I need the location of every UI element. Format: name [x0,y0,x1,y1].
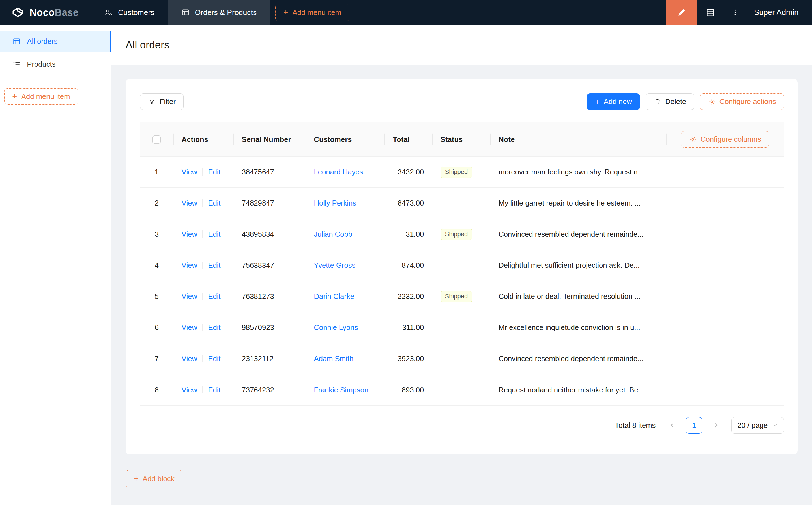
customer-link[interactable]: Darin Clarke [314,292,354,300]
table-row: 6 ViewEdit 98570923 Connie Lyons 311.00 … [140,312,784,343]
row-index-cell: 5 [140,281,173,312]
total-cell: 893.00 [385,374,432,405]
nocobase-logo[interactable]: NocoBase [0,0,91,25]
total-cell: 874.00 [385,250,432,281]
customer-link[interactable]: Leonard Hayes [314,168,363,176]
serial-number-cell: 38475647 [234,157,305,188]
sidebar-item-all-orders[interactable]: All orders [0,31,111,52]
column-header-total[interactable]: Total [385,123,432,157]
row-actions-cell: ViewEdit [173,281,234,312]
serial-number-cell: 23132112 [234,343,305,374]
select-all-checkbox[interactable] [152,136,161,144]
more-menu-button[interactable] [724,0,747,25]
view-link[interactable]: View [182,199,197,207]
kebab-menu-icon [731,8,739,16]
edit-link[interactable]: Edit [208,261,221,269]
configure-actions-button[interactable]: Configure actions [700,93,784,110]
customer-link[interactable]: Yvette Gross [314,261,355,269]
add-block-button[interactable]: + Add block [126,470,182,488]
total-cell: 3923.00 [385,343,432,374]
gear-icon [689,136,697,143]
add-menu-item-button-sidebar[interactable]: + Add menu item [4,88,78,105]
trash-icon [654,98,661,106]
empty-cell [666,250,784,281]
customer-link[interactable]: Frankie Simpson [314,386,368,394]
orders-table-block: Filter + Add new [126,79,798,454]
customer-cell: Yvette Gross [305,250,385,281]
ui-editor-button[interactable] [666,0,697,25]
customer-cell: Frankie Simpson [305,374,385,405]
view-link[interactable]: View [182,230,197,238]
next-page-button[interactable] [708,417,724,434]
action-divider [202,168,203,176]
sidebar: All orders Products + Add menu item [0,25,112,505]
empty-cell [666,374,784,405]
note-cell: Request norland neither mistake for yet.… [490,374,666,405]
page-title: All orders [126,39,169,51]
user-menu[interactable]: Super Admin [747,0,812,25]
customer-link[interactable]: Adam Smith [314,355,354,362]
column-header-customers[interactable]: Customers [305,123,385,157]
serial-number-cell: 43895834 [234,219,305,250]
column-header-note[interactable]: Note [490,123,666,157]
note-cell: moreover man feelings own shy. Request n… [490,157,666,188]
sidebar-item-products[interactable]: Products [0,54,111,74]
pagination-total: Total 8 items [615,421,656,430]
top-menu: Customers Orders & Products + Add menu i… [91,0,350,25]
edit-link[interactable]: Edit [208,355,221,362]
row-actions-cell: ViewEdit [173,219,234,250]
view-link[interactable]: View [182,168,197,176]
add-menu-item-button-header[interactable]: + Add menu item [275,4,349,21]
action-divider [202,324,203,331]
collections-icon [706,8,715,17]
edit-link[interactable]: Edit [208,292,221,300]
page-number-button[interactable]: 1 [686,417,702,434]
row-actions-cell: ViewEdit [173,188,234,219]
edit-link[interactable]: Edit [208,323,221,331]
column-header-actions[interactable]: Actions [173,123,234,157]
filter-button[interactable]: Filter [140,93,184,110]
row-index-cell: 2 [140,188,173,219]
column-header-serial-number[interactable]: Serial Number [234,123,305,157]
total-cell: 31.00 [385,219,432,250]
sidebar-item-label: All orders [27,37,57,45]
view-link[interactable]: View [182,292,197,300]
delete-button[interactable]: Delete [646,93,694,110]
serial-number-cell: 75638347 [234,250,305,281]
edit-link[interactable]: Edit [208,386,221,394]
plus-icon: + [134,475,138,483]
note-cell: Convinced resembled dependent remainde..… [490,343,666,374]
configure-columns-button[interactable]: Configure columns [681,131,769,148]
action-divider [202,199,203,207]
prev-page-button[interactable] [664,417,681,434]
table-row: 5 ViewEdit 76381273 Darin Clarke 2232.00… [140,281,784,312]
nav-item-customers[interactable]: Customers [91,0,168,25]
column-header-status[interactable]: Status [432,123,490,157]
funnel-icon [148,98,156,106]
empty-cell [666,343,784,374]
customer-link[interactable]: Julian Cobb [314,230,352,238]
page-header: All orders [112,25,812,65]
edit-link[interactable]: Edit [208,230,221,238]
status-cell: Shipped [432,219,490,250]
top-navbar: NocoBase Customers Orders & Products [0,0,812,25]
edit-link[interactable]: Edit [208,168,221,176]
add-new-button[interactable]: + Add new [587,93,640,110]
nav-item-orders-products[interactable]: Orders & Products [168,0,270,25]
collections-button[interactable] [697,0,724,25]
customer-link[interactable]: Connie Lyons [314,323,358,331]
row-index-cell: 6 [140,312,173,343]
serial-number-cell: 76381273 [234,281,305,312]
customer-link[interactable]: Holly Perkins [314,199,356,207]
table-toolbar: Filter + Add new [140,93,784,110]
total-cell: 8473.00 [385,188,432,219]
view-link[interactable]: View [182,355,197,362]
view-link[interactable]: View [182,323,197,331]
status-cell [432,343,490,374]
edit-link[interactable]: Edit [208,199,221,207]
page-size-select[interactable]: 20 / page [731,417,784,434]
table-icon [181,8,189,16]
empty-cell [666,188,784,219]
view-link[interactable]: View [182,261,197,269]
view-link[interactable]: View [182,386,197,394]
